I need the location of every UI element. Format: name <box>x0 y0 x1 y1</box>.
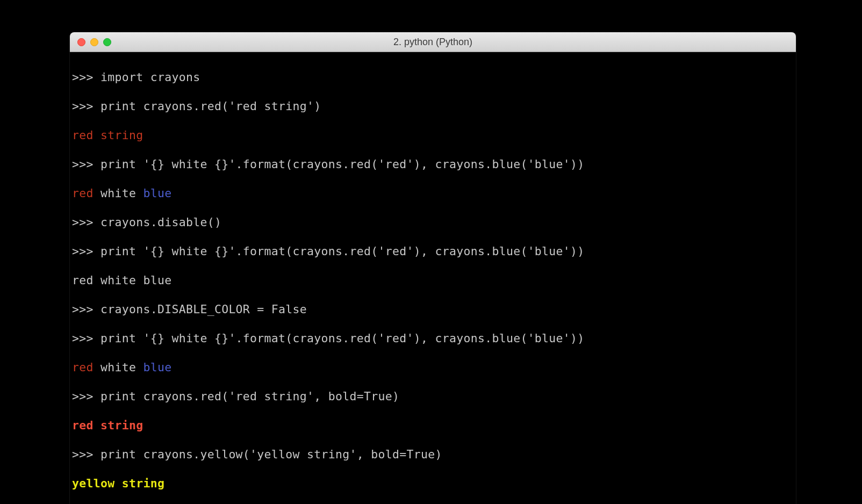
code: print crayons.red('red string', bold=Tru… <box>100 390 399 403</box>
zoom-icon[interactable] <box>103 38 111 46</box>
prompt: >>> <box>72 215 100 229</box>
titlebar[interactable]: 2. python (Python) <box>70 32 796 52</box>
output-blue: blue <box>143 186 171 200</box>
close-icon[interactable] <box>77 38 85 46</box>
prompt-line: >>> print '{} white {}'.format(crayons.r… <box>72 244 796 258</box>
prompt: >>> <box>72 390 100 403</box>
prompt-line: >>> print crayons.red('red string', bold… <box>72 389 796 404</box>
output-white: white <box>94 361 143 374</box>
prompt-line: >>> print '{} white {}'.format(crayons.r… <box>72 331 796 345</box>
prompt-line: >>> crayons.disable() <box>72 215 796 229</box>
output-red: red <box>72 361 94 374</box>
code: import crayons <box>100 70 200 84</box>
prompt: >>> <box>72 303 100 316</box>
code: print crayons.red('red string') <box>100 99 321 113</box>
prompt: >>> <box>72 244 100 258</box>
prompt-line: >>> crayons.DISABLE_COLOR = False <box>72 302 796 316</box>
prompt-line: >>> print '{} white {}'.format(crayons.r… <box>72 157 796 171</box>
prompt-line: >>> print crayons.yellow('yellow string'… <box>72 447 796 462</box>
window-title: 2. python (Python) <box>70 37 796 48</box>
terminal-body[interactable]: >>> import crayons >>> print crayons.red… <box>70 52 796 504</box>
prompt: >>> <box>72 332 100 345</box>
minimize-icon[interactable] <box>90 38 98 46</box>
output-line: red white blue <box>72 186 796 200</box>
traffic-lights <box>70 38 111 46</box>
code: crayons.DISABLE_COLOR = False <box>100 303 307 316</box>
terminal-window: 2. python (Python) >>> import crayons >>… <box>70 32 796 504</box>
prompt: >>> <box>72 99 100 113</box>
output-line: red string <box>72 128 796 142</box>
output-line: yellow string <box>72 476 796 491</box>
code: print '{} white {}'.format(crayons.red('… <box>100 157 585 171</box>
prompt-line: >>> print crayons.red('red string') <box>72 99 796 113</box>
prompt-line: >>> import crayons <box>72 70 796 84</box>
code: crayons.disable() <box>100 215 221 229</box>
output-white: white <box>94 186 143 200</box>
output-red: red <box>72 186 94 200</box>
output-blue: blue <box>143 361 171 374</box>
code: print crayons.yellow('yellow string', bo… <box>100 448 442 461</box>
prompt: >>> <box>72 157 100 171</box>
code: print '{} white {}'.format(crayons.red('… <box>100 332 585 345</box>
prompt: >>> <box>72 70 100 84</box>
output-line: red string <box>72 418 796 433</box>
output-line: red white blue <box>72 360 796 375</box>
output-line: red white blue <box>72 273 796 287</box>
prompt: >>> <box>72 448 100 461</box>
code: print '{} white {}'.format(crayons.red('… <box>100 244 585 258</box>
